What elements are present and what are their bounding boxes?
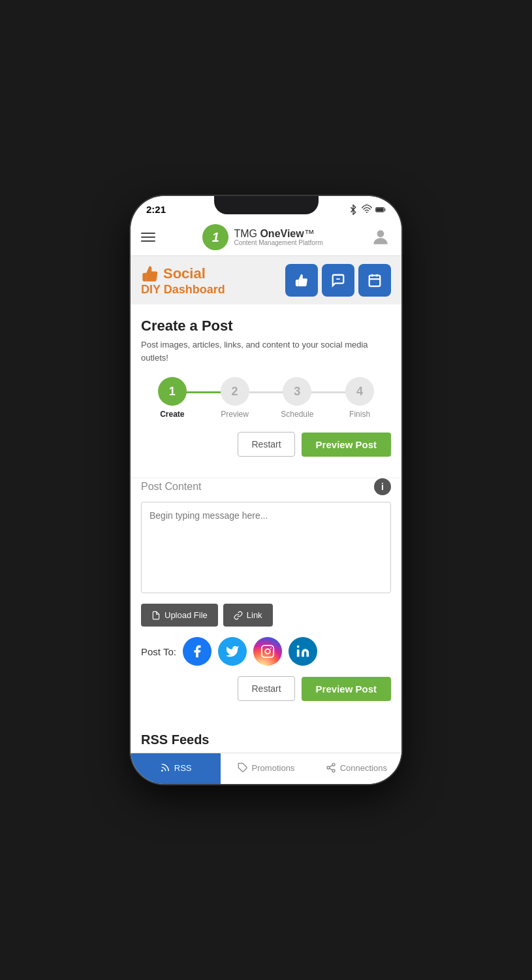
- brand-subtitle: Content Management Platform: [234, 239, 322, 246]
- svg-rect-2: [376, 208, 383, 212]
- tab-rss[interactable]: RSS: [131, 753, 221, 784]
- social-title: Social DIY Dashboard: [141, 265, 225, 297]
- promotions-icon: [238, 762, 248, 773]
- preview-button-top[interactable]: Preview Post: [302, 433, 391, 457]
- file-icon: [151, 611, 161, 620]
- facebook-icon[interactable]: [183, 637, 211, 666]
- linkedin-icon[interactable]: [289, 637, 317, 666]
- calendar-button[interactable]: [358, 264, 391, 297]
- status-time: 2:21: [146, 204, 166, 215]
- svg-line-20: [329, 768, 332, 770]
- svg-rect-6: [369, 276, 381, 287]
- section-header: Post Content i: [141, 478, 391, 495]
- instagram-icon[interactable]: [253, 637, 282, 666]
- rss-icon: [160, 762, 170, 773]
- step-3-label: Schedule: [281, 410, 313, 419]
- action-buttons-bottom: Restart Preview Post: [141, 676, 391, 701]
- main-content: Create a Post Post images, articles, lin…: [131, 304, 401, 753]
- comment-button[interactable]: [322, 264, 354, 297]
- step-4-circle: 4: [345, 377, 374, 406]
- svg-point-15: [161, 770, 163, 772]
- file-buttons: Upload File Link: [141, 604, 391, 627]
- action-buttons-top: Restart Preview Post: [141, 432, 391, 457]
- tab-promotions[interactable]: Promotions: [221, 753, 311, 784]
- header-action-buttons: [285, 264, 391, 297]
- step-1-label: Create: [160, 410, 184, 419]
- create-description: Post images, articles, links, and conten…: [141, 338, 391, 364]
- tab-connections[interactable]: Connections: [311, 753, 401, 784]
- svg-point-14: [297, 645, 300, 648]
- steps-row: 1 Create 2 Preview 3 Schedule: [141, 377, 391, 419]
- step-3-circle: 3: [283, 377, 311, 406]
- status-bar: 2:21: [131, 196, 401, 219]
- post-to-label: Post To:: [141, 646, 176, 657]
- hamburger-menu[interactable]: [141, 233, 155, 242]
- svg-point-19: [332, 770, 335, 772]
- post-content-section: Post Content i Upload File: [131, 478, 401, 722]
- connections-icon: [326, 762, 336, 773]
- svg-rect-3: [384, 208, 385, 210]
- like-button[interactable]: [285, 264, 318, 297]
- svg-rect-10: [262, 645, 274, 657]
- post-content-label: Post Content: [141, 481, 202, 493]
- logo-circle: 1: [202, 224, 228, 250]
- link-button[interactable]: Link: [223, 604, 273, 627]
- svg-line-21: [329, 765, 332, 767]
- wifi-icon: [362, 204, 372, 215]
- info-icon[interactable]: i: [374, 478, 391, 495]
- logo-text: TMG OneView™ Content Management Platform: [234, 228, 322, 247]
- thumbs-up-icon: [141, 265, 159, 283]
- social-header: Social DIY Dashboard: [131, 256, 401, 304]
- user-icon[interactable]: [370, 227, 391, 248]
- step-1: 1 Create: [141, 377, 204, 419]
- post-to-row: Post To:: [141, 637, 391, 666]
- restart-button-bottom[interactable]: Restart: [238, 676, 294, 701]
- rss-feeds-title: RSS Feeds: [141, 732, 391, 747]
- top-nav: 1 TMG OneView™ Content Management Platfo…: [131, 219, 401, 256]
- bluetooth-icon: [348, 204, 358, 215]
- tab-promotions-label: Promotions: [252, 763, 295, 773]
- step-4-label: Finish: [349, 410, 370, 419]
- message-textarea[interactable]: [141, 502, 391, 593]
- tab-rss-label: RSS: [174, 763, 192, 773]
- svg-rect-13: [297, 649, 300, 657]
- restart-button-top[interactable]: Restart: [238, 432, 294, 457]
- diy-dashboard-label: DIY Dashboard: [141, 283, 225, 297]
- svg-point-0: [366, 212, 368, 213]
- create-title: Create a Post: [141, 318, 391, 335]
- status-icons: [348, 204, 386, 215]
- social-heading: Social: [141, 265, 225, 283]
- upload-file-button[interactable]: Upload File: [141, 604, 218, 627]
- svg-point-4: [377, 230, 384, 237]
- brand-name: TMG OneView™: [234, 228, 322, 240]
- battery-icon: [375, 204, 386, 215]
- preview-button-bottom[interactable]: Preview Post: [302, 677, 391, 701]
- bottom-tabs: RSS Promotions Connections: [131, 753, 401, 784]
- step-4: 4 Finish: [328, 377, 391, 419]
- rss-section: RSS Feeds: [131, 722, 401, 753]
- step-3: 3 Schedule: [266, 377, 329, 419]
- step-2-label: Preview: [221, 410, 249, 419]
- twitter-icon[interactable]: [218, 637, 247, 666]
- step-2: 2 Preview: [204, 377, 266, 419]
- svg-point-17: [332, 763, 335, 766]
- step-2-circle: 2: [221, 377, 249, 406]
- svg-point-18: [327, 766, 330, 769]
- svg-point-11: [265, 649, 270, 653]
- link-icon: [234, 611, 243, 620]
- logo-area: 1 TMG OneView™ Content Management Platfo…: [202, 224, 322, 250]
- tab-connections-label: Connections: [340, 763, 387, 773]
- create-section: Create a Post Post images, articles, lin…: [131, 304, 401, 478]
- step-1-circle: 1: [158, 377, 187, 406]
- svg-point-12: [270, 647, 272, 649]
